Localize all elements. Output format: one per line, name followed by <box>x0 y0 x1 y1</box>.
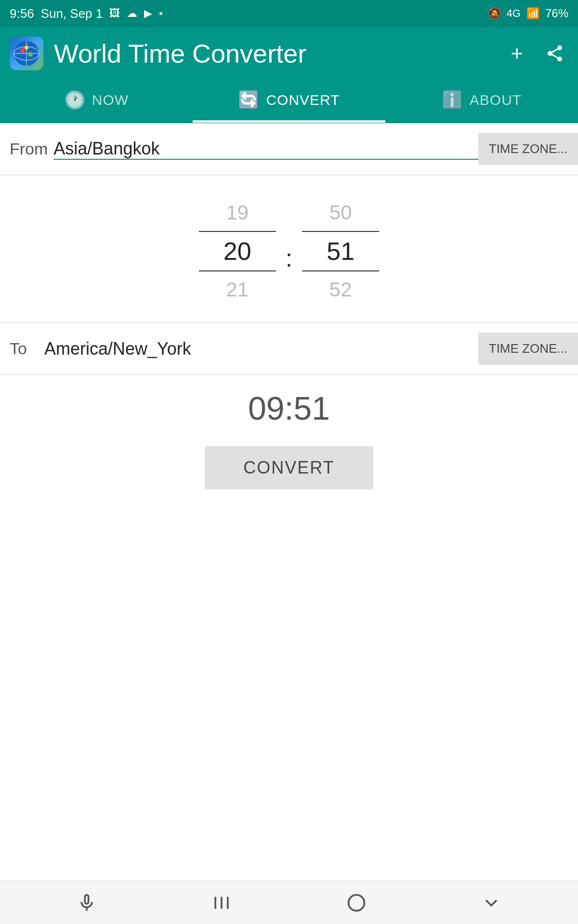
convert-button[interactable]: CONVERT <box>205 446 373 489</box>
hour-column: 19 20 21 <box>199 194 276 308</box>
status-bar-left: 9:56 Sun, Sep 1 🖼 ☁ ▶ • <box>10 6 163 21</box>
svg-point-5 <box>28 52 33 57</box>
time-picker: 19 20 21 : 50 51 52 <box>0 175 578 322</box>
status-bar-right: 🔕 4G 📶 76% <box>488 7 568 20</box>
toolbar-actions: + <box>507 38 568 69</box>
app-toolbar: World Time Converter + <box>0 27 578 80</box>
to-label: To <box>10 339 39 358</box>
video-icon: ▶ <box>144 7 152 20</box>
svg-point-10 <box>349 895 365 911</box>
to-timezone-button[interactable]: TIME ZONE... <box>478 333 578 365</box>
svg-rect-8 <box>221 897 223 909</box>
battery-level: 76% <box>545 7 568 20</box>
share-button[interactable] <box>541 40 568 67</box>
clock-icon: 🕐 <box>64 90 86 110</box>
bottom-spacer <box>0 509 578 557</box>
back-button[interactable] <box>461 887 521 918</box>
nav-tabs: 🕐 NOW 🔄 CONVERT ℹ️ ABOUT <box>0 80 578 123</box>
bottom-nav <box>0 881 578 924</box>
from-row: From TIME ZONE... <box>0 123 578 175</box>
hour-prev: 19 <box>226 194 249 231</box>
svg-rect-7 <box>214 897 216 909</box>
result-time: 09:51 <box>0 375 578 436</box>
from-timezone-input[interactable] <box>53 139 478 160</box>
menu-button[interactable] <box>192 887 251 918</box>
minute-prev: 50 <box>329 194 352 231</box>
minute-next: 52 <box>329 271 352 308</box>
app-title: World Time Converter <box>54 38 507 68</box>
hour-current[interactable]: 20 <box>199 231 276 271</box>
dot-icon: • <box>159 7 163 20</box>
status-time: 9:56 <box>10 6 34 21</box>
to-timezone-input[interactable] <box>44 339 478 359</box>
tab-now-label: NOW <box>92 92 129 108</box>
refresh-icon: 🔄 <box>238 90 260 110</box>
tab-about[interactable]: ℹ️ ABOUT <box>385 80 578 123</box>
tab-convert[interactable]: 🔄 CONVERT <box>193 80 385 123</box>
from-timezone-button[interactable]: TIME ZONE... <box>478 133 578 165</box>
to-row: To TIME ZONE... <box>0 322 578 375</box>
add-button[interactable]: + <box>507 38 527 69</box>
svg-point-6 <box>25 46 28 50</box>
time-colon: : <box>276 244 302 272</box>
tab-now[interactable]: 🕐 NOW <box>0 80 193 123</box>
minute-column: 50 51 52 <box>302 194 379 308</box>
signal-icon: 4G <box>507 7 521 20</box>
status-date: Sun, Sep 1 <box>41 6 103 21</box>
mute-icon: 🔕 <box>488 7 501 20</box>
wifi-icon: 📶 <box>526 7 539 20</box>
content: From TIME ZONE... 19 20 21 : 50 51 52 To… <box>0 123 578 557</box>
cloud-icon: ☁ <box>127 7 137 20</box>
svg-rect-9 <box>227 897 229 909</box>
from-label: From <box>10 140 48 158</box>
tab-convert-label: CONVERT <box>266 92 340 108</box>
hour-next: 21 <box>226 271 249 308</box>
info-icon: ℹ️ <box>442 90 464 110</box>
svg-point-4 <box>20 48 25 53</box>
convert-btn-wrap: CONVERT <box>0 436 578 509</box>
photo-icon: 🖼 <box>109 7 120 20</box>
app-icon <box>10 37 43 70</box>
mic-button[interactable] <box>57 887 117 918</box>
home-button[interactable] <box>327 887 386 918</box>
minute-current[interactable]: 51 <box>302 231 379 271</box>
tab-about-label: ABOUT <box>470 92 522 108</box>
status-bar: 9:56 Sun, Sep 1 🖼 ☁ ▶ • 🔕 4G 📶 76% <box>0 0 578 27</box>
